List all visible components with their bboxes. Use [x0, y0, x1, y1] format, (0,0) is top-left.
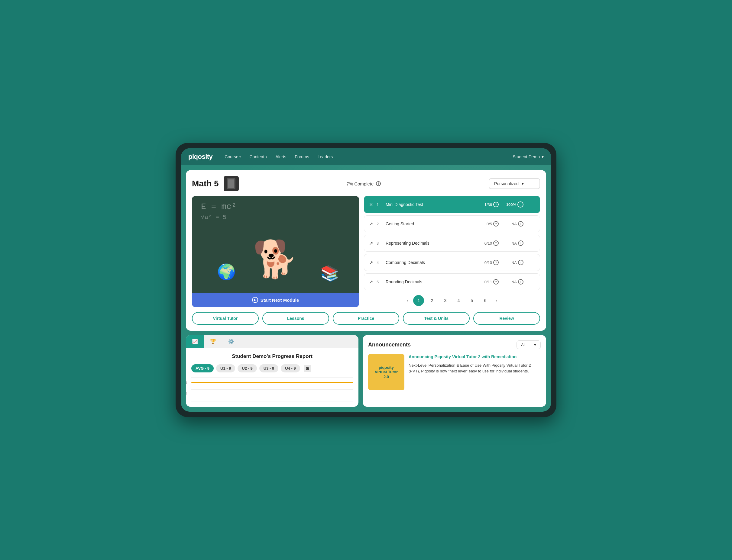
action-tab-practice[interactable]: Practice — [333, 312, 400, 325]
module-icon: ✕ — [369, 202, 373, 208]
chart-label-9: 9 — [186, 381, 187, 385]
screen: piqosity Course ▾ Content ▾ Alerts Forum… — [181, 148, 551, 412]
progress-report-title: Student Demo's Progress Report — [191, 353, 353, 359]
progress-circle-icon: ? — [493, 279, 499, 285]
module-name: Comparing Decimals — [386, 260, 481, 265]
course-chevron-icon: ▾ — [239, 155, 241, 159]
progress-badge-2[interactable]: U2 - 9 — [237, 364, 256, 372]
progress-badge-4[interactable]: U4 - 9 — [281, 364, 300, 372]
module-icon: ↗ — [369, 260, 373, 266]
play-icon: ▶ — [252, 297, 258, 303]
course-card: Math 5 7% Complete i Personalized ▾ — [186, 170, 546, 331]
content-chevron-icon: ▾ — [266, 155, 267, 159]
pagination-prev-arrow[interactable]: ‹ — [405, 297, 411, 304]
nav-leaders[interactable]: Leaders — [314, 153, 337, 161]
progress-badge-3[interactable]: U3 - 9 — [259, 364, 278, 372]
module-name: Getting Started — [386, 221, 483, 226]
svg-rect-1 — [228, 179, 234, 188]
brand-logo[interactable]: piqosity — [188, 153, 212, 161]
nav-alerts[interactable]: Alerts — [272, 153, 290, 161]
course-title: Math 5 — [192, 179, 219, 188]
export-icon[interactable]: ⊞ — [304, 365, 311, 372]
module-progress: 0/10 ? — [485, 240, 499, 246]
nav-forums[interactable]: Forums — [291, 153, 312, 161]
course-image-wrap: E = mc² √a² = 5 🌍 🐕 📚 ▶ Start Next Modul… — [192, 196, 359, 307]
module-name: Representing Decimals — [386, 241, 481, 246]
module-score: 100%○ — [502, 201, 524, 208]
module-item[interactable]: ↗2Getting Started0/5 ?NA ○⋮ — [364, 215, 540, 232]
module-name: Mini Diagnostic Test — [386, 202, 481, 207]
action-tab-test---units[interactable]: Test & Units — [403, 312, 470, 325]
books-emoji: 📚 — [320, 265, 339, 282]
action-tab-virtual-tutor[interactable]: Virtual Tutor — [192, 312, 259, 325]
user-name: Student Demo — [513, 154, 540, 159]
module-more-button[interactable]: ⋮ — [527, 259, 535, 266]
dog-scene: E = mc² √a² = 5 🌍 🐕 📚 — [192, 196, 359, 293]
module-number: 3 — [377, 241, 382, 246]
page-button-1[interactable]: 1 — [413, 295, 424, 306]
module-list: ✕1Mini Diagnostic Test1/36 ?100%○⋮↗2Gett… — [364, 196, 540, 307]
module-number: 1 — [377, 202, 382, 207]
info-icon[interactable]: i — [376, 181, 381, 186]
page-button-4[interactable]: 4 — [453, 295, 464, 306]
course-image: E = mc² √a² = 5 🌍 🐕 📚 — [192, 196, 359, 293]
nav-course[interactable]: Course ▾ — [221, 153, 244, 161]
score-value: 100% — [506, 202, 516, 207]
page-button-5[interactable]: 5 — [466, 295, 477, 306]
module-score: NA ○ — [502, 279, 524, 285]
module-progress: 0/11 ? — [485, 279, 499, 285]
personalized-chevron-icon: ▾ — [522, 181, 524, 186]
page-button-6[interactable]: 6 — [480, 295, 491, 306]
chart-line — [191, 382, 353, 383]
action-tab-review[interactable]: Review — [473, 312, 540, 325]
tab-trophy[interactable]: 🏆 — [204, 335, 222, 348]
module-item[interactable]: ↗5Rounding Decimals0/11 ?NA ○⋮ — [364, 273, 540, 290]
progress-circle-icon: ? — [493, 260, 499, 265]
nav-content[interactable]: Content ▾ — [246, 153, 270, 161]
start-next-module-button[interactable]: ▶ Start Next Module — [192, 293, 359, 307]
user-menu[interactable]: Student Demo ▾ — [513, 154, 544, 159]
course-thumbnail — [224, 176, 239, 191]
module-score: NA ○ — [502, 240, 524, 246]
announcements-filter-dropdown[interactable]: All ▾ — [517, 340, 541, 349]
module-score: NA ○ — [502, 221, 524, 227]
score-na: NA — [511, 280, 517, 284]
announcement-brand: piqosity Virtual Tutor 2.0 — [375, 365, 398, 379]
module-item[interactable]: ↗3Representing Decimals0/10 ?NA ○⋮ — [364, 235, 540, 252]
score-circle-icon: ○ — [518, 221, 524, 227]
module-progress: 0/5 ? — [487, 221, 499, 227]
module-progress: 1/36 ? — [485, 202, 499, 207]
grid-line-3 — [191, 401, 353, 401]
progress-card: 📈 🏆 ⚙️ Student Demo's Progress Report AV… — [186, 335, 358, 407]
progress-badge-1[interactable]: U1 - 9 — [216, 364, 235, 372]
dog-emoji: 🐕 — [253, 238, 298, 281]
tab-gear[interactable]: ⚙️ — [222, 335, 240, 348]
module-more-button[interactable]: ⋮ — [527, 201, 535, 208]
globe-emoji: 🌍 — [217, 263, 236, 281]
page-button-2[interactable]: 2 — [427, 295, 437, 306]
start-btn-label: Start Next Module — [260, 298, 299, 303]
tab-chart[interactable]: 📈 — [186, 335, 204, 348]
progress-info: 7% Complete i — [243, 181, 484, 186]
course-header: Math 5 7% Complete i Personalized ▾ — [192, 176, 540, 191]
chalkboard-text: E = mc² √a² = 5 — [201, 202, 350, 221]
module-item[interactable]: ↗4Comparing Decimals0/10 ?NA ○⋮ — [364, 254, 540, 271]
progress-badges: AVG - 9U1 - 9U2 - 9U3 - 9U4 - 9⊞ — [191, 364, 353, 372]
module-more-button[interactable]: ⋮ — [527, 278, 535, 286]
grid-line-1 — [191, 377, 353, 378]
module-more-button[interactable]: ⋮ — [527, 220, 535, 228]
action-tabs: Virtual TutorLessonsPracticeTest & Units… — [192, 312, 540, 325]
score-circle-icon: ○ — [518, 240, 524, 246]
personalized-dropdown[interactable]: Personalized ▾ — [489, 178, 540, 189]
module-name: Rounding Decimals — [386, 279, 481, 284]
module-number: 4 — [377, 260, 382, 265]
action-tab-lessons[interactable]: Lessons — [262, 312, 329, 325]
announcement-link[interactable]: Announcing Piqosity Virtual Tutor 2 with… — [409, 354, 541, 360]
module-more-button[interactable]: ⋮ — [527, 239, 535, 247]
module-item[interactable]: ✕1Mini Diagnostic Test1/36 ?100%○⋮ — [364, 196, 540, 213]
announcements-header: Announcements All ▾ — [368, 340, 541, 349]
progress-badge-0[interactable]: AVG - 9 — [191, 364, 214, 372]
announcement-content: Announcing Piqosity Virtual Tutor 2 with… — [409, 354, 541, 374]
page-button-3[interactable]: 3 — [440, 295, 451, 306]
pagination-next-arrow[interactable]: › — [493, 297, 499, 304]
